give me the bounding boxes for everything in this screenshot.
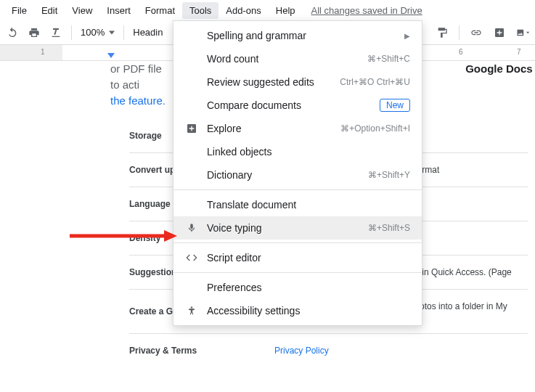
menu-item-shortcut: Ctrl+⌘O Ctrl+⌘U xyxy=(340,77,410,87)
toolbar-right xyxy=(436,25,529,40)
menu-item-shortcut: ⌘+Shift+Y xyxy=(368,170,410,180)
menu-item-label: Accessibility settings xyxy=(207,305,410,317)
menu-item-accessibility[interactable]: Accessibility settings xyxy=(173,299,422,322)
menu-item-shortcut: ⌘+Shift+C xyxy=(367,54,410,64)
menubar: File Edit View Insert Format Tools Add-o… xyxy=(0,0,535,20)
menu-item-label: Preferences xyxy=(207,282,410,293)
link-icon[interactable] xyxy=(470,26,483,39)
menu-item-label: Dictionary xyxy=(207,169,368,181)
menu-item-label: Word count xyxy=(207,53,367,65)
settings-row-privacy: Privacy & Terms Privacy Policy xyxy=(129,333,528,367)
privacy-link[interactable]: Privacy Policy xyxy=(274,346,329,356)
menu-edit[interactable]: Edit xyxy=(34,2,65,19)
menu-item-dictionary[interactable]: Dictionary ⌘+Shift+Y xyxy=(173,163,422,187)
menu-tools[interactable]: Tools xyxy=(182,2,219,19)
zoom-value: 100% xyxy=(81,27,105,38)
menu-item-wordcount[interactable]: Word count ⌘+Shift+C xyxy=(173,47,422,70)
undo-icon[interactable] xyxy=(6,26,19,39)
save-status[interactable]: All changes saved in Drive xyxy=(311,5,422,16)
menu-item-review-edits[interactable]: Review suggested edits Ctrl+⌘O Ctrl+⌘U xyxy=(173,70,422,94)
menu-item-label: Translate document xyxy=(207,199,410,211)
image-icon[interactable] xyxy=(516,26,529,39)
svg-point-2 xyxy=(191,306,192,308)
menu-item-label: Spelling and grammar xyxy=(207,30,400,41)
tools-menu: Spelling and grammar ▶ Word count ⌘+Shif… xyxy=(173,20,422,326)
menu-view[interactable]: View xyxy=(65,2,99,19)
style-value: Headin xyxy=(133,27,163,38)
menu-addons[interactable]: Add-ons xyxy=(219,2,268,19)
ruler-tick: 1 xyxy=(41,48,45,56)
menu-divider xyxy=(173,189,422,190)
menu-item-voice-typing[interactable]: Voice typing ⌘+Shift+S xyxy=(173,216,422,240)
mic-icon xyxy=(184,222,200,234)
format-clear-icon[interactable] xyxy=(49,26,62,39)
svg-marker-4 xyxy=(164,230,177,242)
separator xyxy=(123,25,124,40)
print-icon[interactable] xyxy=(28,26,41,39)
menu-help[interactable]: Help xyxy=(269,2,303,19)
menu-item-linked-objects[interactable]: Linked objects xyxy=(173,140,422,163)
menu-item-label: Review suggested edits xyxy=(207,76,340,88)
menu-item-label: Compare documents xyxy=(207,99,380,111)
menu-item-shortcut: ⌘+Option+Shift+I xyxy=(340,123,410,134)
menu-item-preferences[interactable]: Preferences xyxy=(173,276,422,299)
settings-label: Privacy & Terms xyxy=(129,346,274,356)
menu-item-spelling[interactable]: Spelling and grammar ▶ xyxy=(173,24,422,47)
paint-format-icon[interactable] xyxy=(436,26,449,39)
menu-item-label: Explore xyxy=(207,123,340,134)
menu-item-translate[interactable]: Translate document xyxy=(173,193,422,216)
menu-item-explore[interactable]: Explore ⌘+Option+Shift+I xyxy=(173,117,422,140)
separator xyxy=(459,25,460,40)
doc-fragment: to acti xyxy=(110,78,139,91)
zoom-select[interactable]: 100% xyxy=(81,27,115,38)
menu-item-label: Voice typing xyxy=(207,222,368,234)
menu-file[interactable]: File xyxy=(4,2,34,19)
doc-fragment-link: the feature. xyxy=(110,94,166,107)
ruler-margin xyxy=(0,45,62,60)
doc-fragment: or PDF file xyxy=(110,62,162,75)
annotation-arrow xyxy=(70,229,179,243)
submenu-arrow-icon: ▶ xyxy=(404,32,410,40)
menu-divider xyxy=(173,272,422,273)
explore-icon xyxy=(184,123,200,134)
accessibility-icon xyxy=(184,305,200,317)
new-badge: New xyxy=(380,99,410,112)
doc-fragment-bold: Google Docs xyxy=(465,62,533,75)
menu-item-compare[interactable]: Compare documents New xyxy=(173,94,422,117)
indent-marker[interactable] xyxy=(107,53,115,58)
separator xyxy=(71,25,72,40)
menu-format[interactable]: Format xyxy=(138,2,182,19)
menu-item-shortcut: ⌘+Shift+S xyxy=(368,223,410,233)
comment-icon[interactable] xyxy=(493,26,506,39)
menu-divider xyxy=(173,242,422,243)
menu-item-script-editor[interactable]: Script editor xyxy=(173,246,422,269)
ruler-tick: 6 xyxy=(459,48,463,56)
script-icon xyxy=(184,252,200,264)
menu-item-label: Script editor xyxy=(207,252,410,264)
menu-insert[interactable]: Insert xyxy=(99,2,138,19)
menu-item-label: Linked objects xyxy=(207,146,410,158)
ruler-tick: 7 xyxy=(517,48,521,56)
